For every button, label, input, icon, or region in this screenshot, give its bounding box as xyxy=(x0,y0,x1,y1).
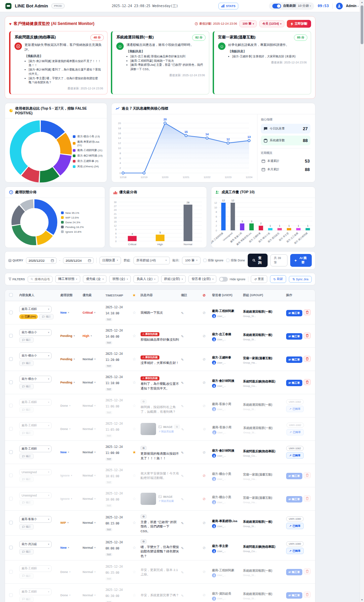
note-button[interactable]: 備註 xyxy=(39,314,54,319)
star-toggle[interactable]: ☆ xyxy=(132,427,139,431)
delete-button[interactable] xyxy=(304,495,311,501)
ban-icon[interactable]: ⊘ xyxy=(203,450,211,455)
assignee-select[interactable]: 廠商-工程師▾ xyxy=(19,565,52,572)
ticketed-button[interactable]: ↗已轉單 xyxy=(286,548,304,554)
sentiment-limit-select[interactable]: 100 筆 ▾ xyxy=(239,20,257,27)
edit-note-icon[interactable]: ✎ xyxy=(181,497,184,501)
exclude-ignore-checkbox[interactable]: 排除 Ignore xyxy=(203,258,223,263)
group-filter[interactable]: 群組 (全部) ▾ xyxy=(161,275,186,283)
image-thumbnail[interactable] xyxy=(141,493,156,505)
row-checkbox[interactable] xyxy=(9,450,13,454)
search-button[interactable]: 查詢 xyxy=(248,254,268,267)
ban-icon[interactable]: ⊘ xyxy=(203,427,211,431)
star-toggle[interactable]: ☆ xyxy=(132,403,139,408)
star-toggle[interactable]: ☆ xyxy=(132,334,139,338)
priority-select[interactable]: Normal▾ xyxy=(83,381,104,384)
sentiment-day-select[interactable]: 今天 (12/24) ▾ xyxy=(259,20,284,27)
priority-select[interactable]: Normal▾ xyxy=(83,497,104,500)
assignee-select[interactable]: 廠商-客服小▾ xyxy=(19,516,52,523)
auto-refresh-toggle[interactable] xyxy=(272,4,281,8)
diagnose-now-button[interactable]: 立即診斷 xyxy=(287,20,311,28)
ban-icon[interactable]: ⊘ xyxy=(203,570,211,574)
star-toggle[interactable]: ☆ xyxy=(132,380,139,385)
row-checkbox[interactable] xyxy=(9,311,13,314)
row-checkbox[interactable] xyxy=(9,404,13,407)
scroll-down-arrow[interactable]: ▼ xyxy=(360,599,364,601)
ban-icon[interactable]: ⊘ xyxy=(203,404,211,408)
admin-menu[interactable]: Admin ▾ xyxy=(346,4,359,8)
row-checkbox[interactable] xyxy=(9,497,13,500)
star-toggle[interactable]: ☆ xyxy=(132,520,139,525)
status-select[interactable]: Ignore▾ xyxy=(60,474,81,477)
ticketed-button[interactable]: ↗已轉單 xyxy=(286,523,304,529)
status-select[interactable]: New▾ xyxy=(60,451,81,454)
ticketed-button[interactable]: ↗已轉單 xyxy=(286,452,304,459)
open-image-link[interactable]: ↗ 開啟原始圖 xyxy=(158,499,174,503)
edit-note-icon[interactable]: ✎ xyxy=(181,594,184,598)
edit-note-icon[interactable]: ✎ xyxy=(181,358,184,362)
status-select[interactable]: New▾ xyxy=(60,311,81,314)
priority-select[interactable]: High▾ xyxy=(83,334,104,338)
priority-select[interactable]: Critical▾ xyxy=(83,311,104,314)
note-button[interactable]: 備註 xyxy=(19,384,34,389)
assignee-select[interactable]: 廠商-工程師▾ xyxy=(19,306,52,313)
ban-icon[interactable]: ⊘ xyxy=(203,474,211,478)
status-select[interactable]: Done▾ xyxy=(60,594,81,597)
row-checkbox[interactable] xyxy=(9,380,13,384)
reset-button[interactable]: ↺重置 xyxy=(251,275,267,283)
star-toggle[interactable]: ★ xyxy=(132,450,139,455)
priority-select[interactable]: Normal▾ xyxy=(83,521,104,524)
scroll-up-arrow[interactable]: ▲ xyxy=(360,1,364,3)
ban-icon[interactable]: ⊘ xyxy=(203,334,211,338)
exclude-done-checkbox[interactable]: 排除 Done xyxy=(226,258,245,263)
priority-select[interactable]: Normal▾ xyxy=(83,570,104,574)
note-button[interactable]: 備註 xyxy=(19,477,34,482)
filter-search-input[interactable] xyxy=(35,278,50,281)
status-select[interactable]: Done▾ xyxy=(60,427,81,431)
assignee-select[interactable]: 廟方-櫃台小▾ xyxy=(19,352,52,359)
create-ticket-button[interactable]: ⇄轉工單 xyxy=(286,356,302,363)
scrollbar-thumb[interactable] xyxy=(361,5,363,44)
edit-note-icon[interactable]: ✎ xyxy=(181,474,184,478)
delete-button[interactable] xyxy=(304,592,311,598)
star-toggle[interactable]: ☆ xyxy=(132,570,139,574)
ticketed-button[interactable]: ↗已轉單 xyxy=(286,429,304,435)
row-checkbox[interactable] xyxy=(9,593,13,597)
speaker-filter[interactable]: 發言者 (全部) ▾ xyxy=(188,275,216,283)
note-button[interactable]: 備註 xyxy=(19,407,34,412)
assignee-select[interactable]: 廟方-櫃台小▾ xyxy=(19,376,52,382)
note-button[interactable]: 備註 xyxy=(19,524,34,529)
delete-button[interactable] xyxy=(304,333,311,339)
create-ticket-button[interactable]: ⇄轉工單 xyxy=(286,473,302,479)
star-toggle[interactable]: ☆ xyxy=(132,473,139,478)
create-ticket-button[interactable]: ⇄轉工單 xyxy=(286,380,302,386)
ticketed-button[interactable]: ↗已轉單 xyxy=(286,406,304,412)
row-checkbox[interactable] xyxy=(9,357,13,361)
sync-jira-button[interactable]: ⇅Sync Jira xyxy=(289,276,312,283)
hide-ignore-toggle[interactable]: Hide Ignore xyxy=(219,277,245,282)
priority-select[interactable]: Normal▾ xyxy=(83,357,104,361)
priority-select[interactable]: Normal▾ xyxy=(83,427,104,431)
ban-icon[interactable]: ⊘ xyxy=(203,497,211,501)
note-button[interactable]: 備註 xyxy=(19,573,34,579)
priority-filter[interactable]: 優先級 (全 ▾ xyxy=(83,275,107,283)
star-toggle[interactable]: ☆ xyxy=(132,357,139,362)
assignee-select[interactable]: 廟方-櫃台小▾ xyxy=(19,329,52,336)
delete-button[interactable] xyxy=(304,568,311,574)
ban-icon[interactable]: ⊘ xyxy=(203,546,211,550)
star-toggle[interactable]: ☆ xyxy=(132,545,139,550)
star-toggle[interactable]: ☆ xyxy=(132,496,139,501)
star-toggle[interactable]: ☆ xyxy=(132,593,139,598)
select-all-checkbox[interactable] xyxy=(9,293,13,297)
priority-select[interactable]: Normal▾ xyxy=(83,404,104,407)
star-toggle[interactable]: ☆ xyxy=(132,310,139,315)
row-checkbox[interactable] xyxy=(9,570,13,574)
image-thumbnail[interactable] xyxy=(141,423,156,435)
show-count-select[interactable]: 100 筆 ▾ xyxy=(182,257,201,264)
assignee-select[interactable]: 廠商-工程師▾ xyxy=(19,446,52,452)
row-checkbox[interactable] xyxy=(9,546,13,549)
assignee-select[interactable]: 廠商-工程師▾ xyxy=(19,422,52,429)
create-ticket-button[interactable]: ⇄轉工單 xyxy=(286,592,302,599)
note-button[interactable]: 備註 xyxy=(19,500,34,505)
row-checkbox[interactable] xyxy=(9,334,13,338)
